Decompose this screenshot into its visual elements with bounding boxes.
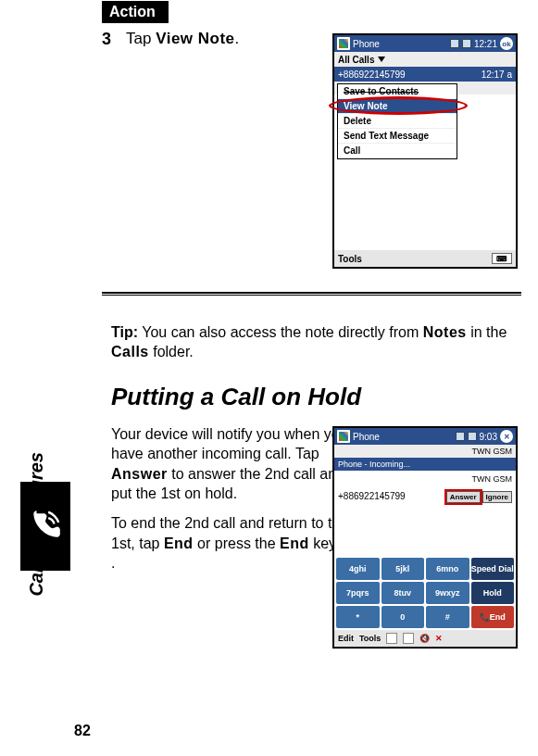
step-bold: View Note [156,30,234,47]
hold-p2c: or press the [194,536,280,551]
signal-icon [450,39,459,48]
step-text: Tap View Note. [126,30,239,48]
signal-icon-2 [456,432,465,441]
keyboard-icon[interactable]: ⌨ [492,253,512,264]
incoming-banner: Phone - Incoming... [334,458,516,471]
step-number: 3 [102,30,126,49]
screen-footer: Tools ⌨ [334,250,516,267]
screen2-body: TWN GSM Phone - Incoming... TWN GSM +886… [334,445,516,630]
filter-label: All Calls [338,55,374,65]
page-number: 82 [74,723,91,739]
tip-t3: folder. [149,344,194,359]
tip-calls: Calls [111,344,149,359]
keypad: 4ghi 5jkl 6mno Speed Dial 7pqrs 8tuv 9wx… [334,556,516,630]
footer-icon-2[interactable] [403,633,414,644]
footer-edit[interactable]: Edit [338,634,354,643]
start-icon[interactable] [337,37,350,50]
screen2-footer: Edit Tools 🔇 ✕ [334,630,516,647]
clock: 12:21 [474,39,497,49]
tip-label: Tip: [111,324,138,340]
answer-button[interactable]: Answer [446,491,481,503]
key-end[interactable]: 📞 End [471,606,515,628]
tip-t1: You can also access the note directly fr… [138,324,423,340]
carrier-label: TWN GSM [472,447,513,456]
carrier-row-2: TWN GSM [334,471,516,487]
section-divider [102,292,521,296]
key-hash[interactable]: # [426,606,469,628]
hold-p1a: Your device will notify you when you hav… [111,426,348,462]
call-time: 12:17 a [482,69,512,80]
footer-icon-1[interactable] [386,633,397,644]
hold-p2f: . [111,555,115,571]
dropdown-icon [378,57,385,62]
footer-close-icon[interactable]: ✕ [435,634,443,643]
incoming-number-row: +886922145799 Answer Ignore [334,487,516,531]
call-entry[interactable]: +886922145799 12:17 a [334,67,516,82]
menu-call[interactable]: Call [338,144,457,158]
answer-ignore-group: Answer Ignore [446,491,512,503]
context-menu: Save to Contacts View Note Delete Send T… [337,83,457,159]
key-star[interactable]: * [336,606,380,628]
clock-2: 9:03 [480,432,497,442]
call-number: +886922145799 [338,69,406,80]
hold-p2: To end the 2nd call and return to the 1s… [111,513,361,573]
footer-tools-2[interactable]: Tools [359,634,381,643]
device-screenshot-2: Phone 9:03 ✕ TWN GSM Phone - Incoming...… [332,426,518,649]
speaker-icon-2 [468,432,477,441]
filter-row[interactable]: All Calls [334,52,516,67]
key-4[interactable]: 4ghi [336,558,380,580]
app-title-2: Phone [353,432,380,442]
manual-page: Action 3 Tap View Note. Phone 12:21 ok A… [0,0,538,756]
key-9[interactable]: 9wxyz [426,582,469,604]
section-heading: Putting a Call on Hold [111,383,521,411]
key-0[interactable]: 0 [382,606,425,628]
titlebar-2: Phone 9:03 ✕ [334,428,516,445]
titlebar: Phone 12:21 ok [334,35,516,52]
phone-icon [28,508,63,543]
key-5[interactable]: 5jkl [382,558,425,580]
hold-text: Your device will notify you when you hav… [111,424,361,573]
key-8[interactable]: 8tuv [382,582,425,604]
incoming-number: +886922145799 [338,491,406,501]
action-header-row: Action [102,0,521,24]
key-7[interactable]: 7pqrs [336,582,380,604]
tip-notes: Notes [423,324,467,340]
carrier-label-2: TWN GSM [472,474,513,484]
close-button-2[interactable]: ✕ [500,430,513,443]
ignore-button[interactable]: Ignore [482,491,512,503]
system-tray: 12:21 ok [450,37,513,50]
hold-end2: End [280,536,309,551]
carrier-row: TWN GSM [334,445,516,458]
device-screenshot-1: Phone 12:21 ok All Calls +886922145799 1… [332,33,518,269]
key-hold[interactable]: Hold [471,582,515,604]
menu-send-text[interactable]: Send Text Message [338,129,457,144]
ok-button[interactable]: ok [500,37,513,50]
menu-delete[interactable]: Delete [338,114,457,129]
key-speed-dial[interactable]: Speed Dial [471,558,515,580]
hold-answer: Answer [111,466,168,482]
start-icon-2[interactable] [337,430,350,443]
tip-paragraph: Tip: You can also access the note direct… [111,323,521,362]
system-tray-2: 9:03 ✕ [456,430,513,443]
hold-p1: Your device will notify you when you hav… [111,424,361,504]
hold-end1: End [164,536,194,551]
key-end-label: End [490,612,506,622]
tip-t2: in the [467,324,507,340]
action-header: Action [102,1,169,23]
footer-tools[interactable]: Tools [338,254,362,264]
menu-view-note[interactable]: View Note [338,99,457,114]
app-title: Phone [353,39,380,49]
footer-mute-icon[interactable]: 🔇 [419,634,430,643]
step-text-pre: Tap [126,30,156,47]
key-6[interactable]: 6mno [426,558,469,580]
menu-save-contacts[interactable]: Save to Contacts [338,84,457,99]
step-text-post: . [235,30,240,47]
speaker-icon [462,39,471,48]
